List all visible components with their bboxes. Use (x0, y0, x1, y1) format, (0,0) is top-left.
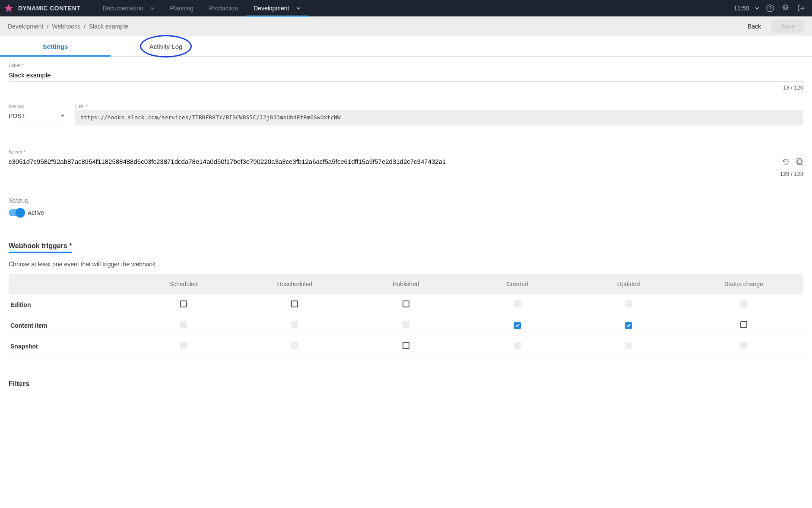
checkbox-snapshot-scheduled (180, 342, 187, 349)
checkbox-snapshot-unscheduled (291, 342, 298, 349)
checkbox-edition-created (514, 300, 521, 307)
nav-production-label: Production (209, 5, 238, 12)
row-edition-label: Edition (9, 294, 128, 315)
checkbox-edition-published[interactable] (403, 300, 409, 307)
method-value: POST (9, 112, 25, 119)
secret-field-label: Secret * (9, 149, 803, 154)
chevron-down-icon (150, 7, 155, 10)
save-button: Save (771, 19, 804, 33)
top-nav: DYNAMIC CONTENT Documentation Planning P… (0, 0, 812, 16)
checkbox-contentitem-updated[interactable] (625, 322, 632, 329)
label-field-label: Label * (9, 63, 803, 68)
breadcrumb-current: Slack example (89, 23, 128, 30)
checkbox-contentitem-created[interactable] (514, 322, 521, 329)
url-input[interactable] (75, 110, 803, 125)
table-row: Edition (9, 294, 803, 315)
triggers-title: Webhook triggers * (9, 242, 72, 253)
brand-logo-icon (3, 3, 14, 13)
nav-production[interactable]: Production (201, 0, 246, 16)
nav-documentation[interactable]: Documentation (95, 0, 162, 16)
filters-title: Filters (9, 380, 803, 388)
settings-form: Label * 13 / 120 Method POST URL * Secre… (0, 57, 812, 405)
status-toggle[interactable] (9, 209, 23, 216)
col-created: Created (462, 274, 573, 294)
brand-wordmark: DYNAMIC CONTENT (18, 5, 80, 12)
checkbox-contentitem-status-change[interactable] (740, 321, 747, 328)
triggers-help: Choose at least one event that will trig… (9, 261, 803, 268)
checkbox-snapshot-created (514, 342, 521, 349)
nav-documentation-label: Documentation (102, 5, 143, 12)
label-input[interactable] (9, 69, 803, 82)
exit-icon[interactable] (797, 4, 805, 12)
chevron-down-icon (60, 115, 65, 117)
help-icon[interactable] (766, 4, 774, 12)
gear-icon[interactable] (782, 4, 790, 12)
label-char-count: 13 / 120 (9, 84, 803, 91)
tab-activity-log-label: Activity Log (149, 43, 183, 50)
col-published: Published (350, 274, 462, 294)
status-label: Status (9, 197, 803, 205)
tabs: Settings Activity Log (0, 36, 812, 57)
checkbox-edition-updated (625, 300, 632, 307)
method-field-label: Method (9, 104, 65, 109)
subheader: Development / Webhooks / Slack example B… (0, 16, 812, 36)
method-select[interactable]: POST (9, 110, 65, 122)
checkbox-contentitem-unscheduled (291, 321, 298, 328)
nav-planning-label: Planning (170, 5, 194, 12)
tab-settings-label: Settings (42, 43, 68, 50)
row-snapshot-label: Snapshot (9, 336, 128, 357)
secret-input[interactable] (9, 155, 776, 168)
checkbox-contentitem-published (403, 321, 409, 328)
nav-planning[interactable]: Planning (162, 0, 202, 16)
tab-activity-log[interactable]: Activity Log (111, 36, 221, 56)
svg-point-2 (770, 10, 771, 10)
checkbox-edition-scheduled[interactable] (180, 300, 187, 307)
checkbox-snapshot-updated (625, 342, 632, 349)
row-content-item-label: Content item (9, 315, 128, 336)
checkbox-edition-unscheduled[interactable] (291, 300, 298, 307)
col-unscheduled: Unscheduled (239, 274, 351, 294)
back-button[interactable]: Back (748, 23, 761, 30)
checkbox-contentitem-scheduled (180, 321, 187, 328)
svg-marker-0 (4, 4, 13, 12)
chevron-down-icon (296, 7, 301, 10)
col-updated: Updated (573, 274, 684, 294)
nav-development-label: Development (254, 5, 289, 12)
breadcrumb-development[interactable]: Development (8, 23, 44, 30)
status-value: Active (28, 209, 44, 216)
refresh-icon[interactable] (782, 158, 790, 166)
table-row: Snapshot (9, 336, 803, 357)
checkbox-snapshot-status-change (740, 342, 747, 349)
triggers-table: Scheduled Unscheduled Published Created … (9, 274, 803, 357)
breadcrumb-webhooks[interactable]: Webhooks (52, 23, 80, 30)
copy-icon[interactable] (796, 158, 803, 166)
col-status-change: Status change (684, 274, 803, 294)
url-field-label: URL * (75, 104, 803, 109)
table-row: Content item (9, 315, 803, 336)
checkbox-snapshot-published[interactable] (403, 342, 409, 349)
col-scheduled: Scheduled (128, 274, 239, 294)
nav-development[interactable]: Development (246, 0, 308, 16)
secret-char-count: 128 / 128 (9, 171, 803, 177)
clock[interactable]: 11:50 (734, 5, 759, 12)
clock-time: 11:50 (734, 5, 749, 12)
tab-settings[interactable]: Settings (0, 36, 111, 56)
brand: DYNAMIC CONTENT (3, 0, 89, 16)
checkbox-edition-status-change (740, 300, 747, 307)
breadcrumb: Development / Webhooks / Slack example (8, 23, 128, 30)
chevron-down-icon (755, 7, 759, 10)
